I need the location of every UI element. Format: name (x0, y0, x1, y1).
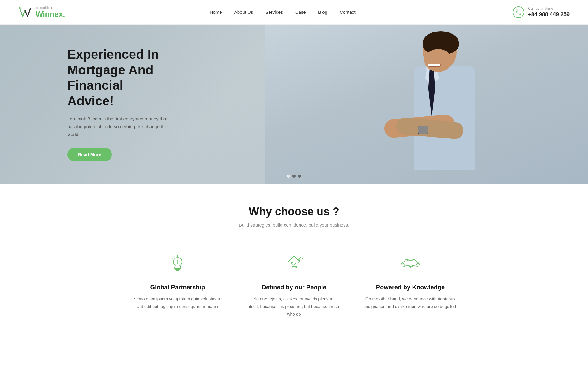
logo-icon (18, 6, 33, 18)
nav-home[interactable]: Home (210, 9, 222, 15)
slider-dot-2[interactable] (292, 175, 296, 178)
why-choose-section: Why choose us ? Build strategies, build … (0, 184, 588, 343)
phone-icon (513, 6, 524, 18)
site-header: consulting Winnex. Home About Us Service… (0, 0, 588, 24)
nav-about[interactable]: About Us (234, 9, 253, 15)
logo-name: Winnex. (36, 10, 65, 18)
svg-line-7 (183, 258, 184, 259)
read-more-button[interactable]: Read More (67, 148, 112, 161)
nav-case[interactable]: Case (295, 9, 306, 15)
feature-knowledge: Powered by Knowledge On the other hand, … (358, 246, 462, 325)
phone-number: +84 988 449 259 (528, 11, 570, 17)
logo-name-rest: innex (43, 9, 63, 19)
phone-area: Call us anytime +84 988 449 259 (500, 6, 570, 18)
finance-growth-icon (282, 252, 306, 277)
slider-dots (287, 175, 301, 178)
feature-global-partnership: Global Partnership Nemo enim ipsam volup… (126, 246, 230, 325)
svg-line-18 (410, 266, 411, 268)
hero-section: Experienced In Mortgage And Financial Ad… (0, 24, 588, 184)
lightbulb-icon (165, 252, 190, 277)
svg-marker-1 (18, 7, 21, 9)
slider-dot-1[interactable] (287, 175, 290, 178)
feature-people: Defined by our People No one rejects, di… (242, 246, 346, 325)
feature-3-desc: On the other hand, we denounce with righ… (364, 295, 456, 311)
svg-point-13 (291, 262, 293, 264)
logo-name-w: W (36, 9, 43, 19)
phone-label: Call us anytime (528, 6, 570, 11)
features-grid: Global Partnership Nemo enim ipsam volup… (126, 246, 462, 325)
hero-description: I do think Bitcoin is the first encrypte… (67, 115, 172, 138)
main-nav: Home About Us Services Case Blog Contact (210, 9, 356, 15)
logo-text: consulting Winnex. (36, 6, 65, 18)
person-placeholder (265, 24, 588, 184)
svg-marker-12 (288, 256, 300, 272)
feature-3-title: Powered by Knowledge (376, 284, 445, 291)
why-title: Why choose us ? (18, 205, 570, 218)
nav-contact[interactable]: Contact (340, 9, 356, 15)
logo-consulting: consulting (36, 6, 65, 9)
feature-2-title: Defined by our People (262, 284, 326, 291)
feature-1-desc: Nemo enim ipsam voluptatem quia voluptas… (132, 295, 224, 311)
hero-title: Experienced In Mortgage And Financial Ad… (67, 47, 172, 109)
feature-1-title: Global Partnership (150, 284, 205, 291)
nav-services[interactable]: Services (265, 9, 283, 15)
hero-person-image (265, 24, 588, 184)
why-subtitle: Build strategies, build confidence, buil… (18, 222, 570, 228)
nav-blog[interactable]: Blog (318, 9, 327, 15)
svg-line-15 (292, 262, 296, 268)
logo[interactable]: consulting Winnex. (18, 6, 65, 18)
feature-2-desc: No one rejects, dislikes, or avoids plea… (248, 295, 340, 318)
hero-content: Experienced In Mortgage And Financial Ad… (0, 47, 172, 161)
handshake-icon (398, 252, 423, 277)
logo-dot: . (63, 9, 65, 19)
svg-line-6 (172, 258, 172, 259)
slider-dot-3[interactable] (298, 175, 301, 178)
phone-info: Call us anytime +84 988 449 259 (528, 6, 570, 18)
